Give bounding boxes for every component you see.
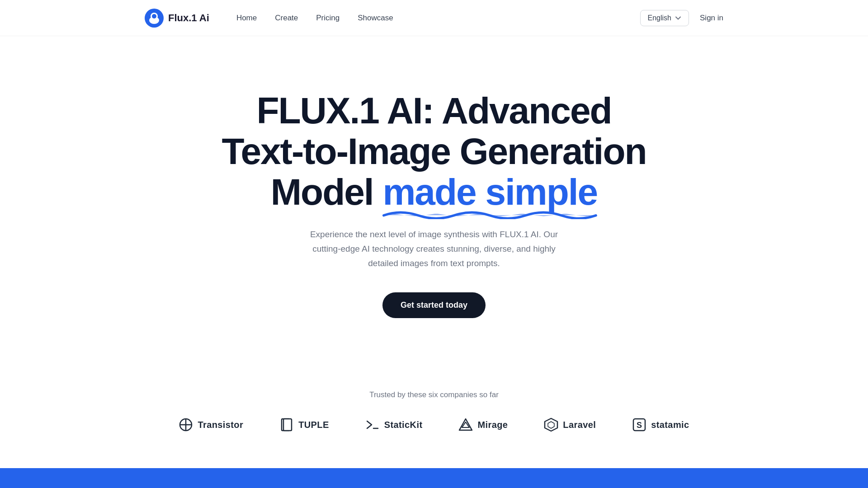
hero-subtitle: Experience the next level of image synth…	[298, 227, 570, 271]
nav-home[interactable]: Home	[236, 14, 257, 23]
language-selector[interactable]: English	[640, 10, 689, 26]
navbar: Flux.1 Ai Home Create Pricing Showcase E…	[0, 0, 868, 36]
hero-highlight: made simple	[382, 172, 597, 212]
company-statamic: S statamic	[632, 418, 689, 432]
company-statickit: StaticKit	[365, 418, 423, 432]
statamic-name: statamic	[651, 420, 689, 430]
hero-title-line1: FLUX.1 AI: Advanced	[256, 90, 611, 131]
hero-title: FLUX.1 AI: Advanced Text-to-Image Genera…	[222, 90, 646, 213]
sign-in-button[interactable]: Sign in	[700, 14, 723, 23]
svg-marker-13	[548, 422, 554, 428]
company-logos: Transistor TUPLE StaticKit	[179, 418, 689, 432]
nav-create[interactable]: Create	[275, 14, 298, 23]
trusted-label: Trusted by these six companies so far	[369, 390, 499, 399]
company-mirage: Mirage	[458, 418, 508, 432]
cta-button[interactable]: Get started today	[382, 292, 486, 318]
hero-title-line2: Text-to-Image Generation	[222, 131, 646, 172]
svg-marker-12	[545, 418, 557, 431]
hero-section: FLUX.1 AI: Advanced Text-to-Image Genera…	[0, 36, 868, 363]
chevron-down-icon	[675, 15, 681, 21]
nav-links: Home Create Pricing Showcase	[236, 14, 393, 23]
laravel-name: Laravel	[563, 420, 596, 430]
tuple-icon	[279, 418, 294, 432]
statickit-icon	[365, 418, 380, 432]
company-transistor: Transistor	[179, 418, 243, 432]
hero-highlight-wrapper: made simple	[382, 172, 597, 212]
company-laravel: Laravel	[544, 418, 596, 432]
underline-svg	[382, 208, 597, 219]
logo[interactable]: Flux.1 Ai	[145, 9, 209, 28]
hero-title-line3-prefix: Model	[271, 171, 383, 212]
trusted-section: Trusted by these six companies so far Tr…	[0, 363, 868, 468]
mirage-name: Mirage	[477, 420, 508, 430]
mirage-icon	[458, 418, 473, 432]
company-tuple: TUPLE	[279, 418, 329, 432]
laravel-icon	[544, 418, 558, 432]
svg-point-3	[152, 14, 156, 19]
footer-bar	[0, 468, 868, 488]
svg-rect-8	[283, 419, 292, 431]
logo-text: Flux.1 Ai	[168, 12, 209, 24]
nav-pricing[interactable]: Pricing	[316, 14, 340, 23]
svg-text:S: S	[637, 421, 642, 430]
navbar-left: Flux.1 Ai Home Create Pricing Showcase	[145, 9, 393, 28]
transistor-icon	[179, 418, 193, 432]
statamic-icon: S	[632, 418, 646, 432]
navbar-right: English Sign in	[640, 10, 723, 26]
statickit-name: StaticKit	[384, 420, 423, 430]
language-label: English	[648, 14, 671, 22]
logo-icon	[145, 9, 164, 28]
tuple-name: TUPLE	[298, 420, 329, 430]
nav-showcase[interactable]: Showcase	[358, 14, 393, 23]
svg-marker-10	[459, 419, 472, 430]
transistor-name: Transistor	[198, 420, 243, 430]
